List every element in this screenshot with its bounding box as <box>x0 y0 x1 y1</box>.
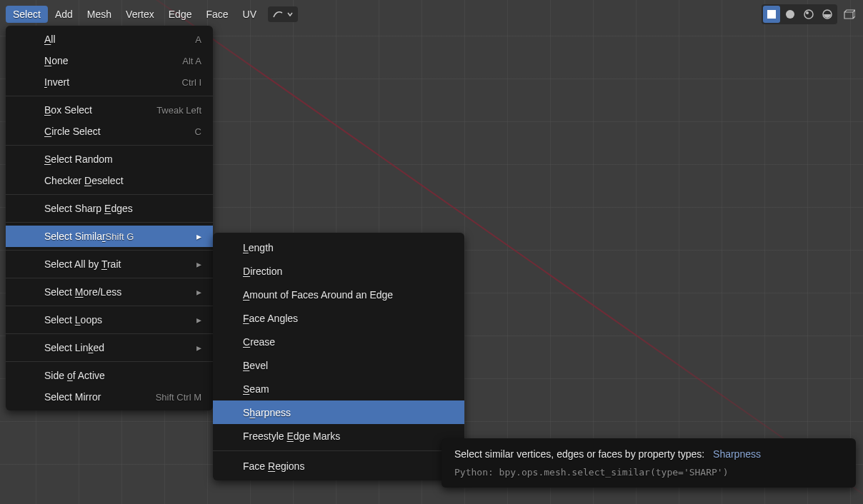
menu-face[interactable]: Face <box>199 6 235 23</box>
menu-item-label: Sharpness <box>243 407 291 418</box>
solid-shading-icon <box>766 9 777 20</box>
tooltip-desc-text: Select similar vertices, edges or faces … <box>454 448 704 460</box>
menu-item-label: Circle Select <box>44 126 101 137</box>
menu-item-label: Seam <box>243 383 269 395</box>
shading-solid-button[interactable] <box>763 6 780 23</box>
menu-item-select-random[interactable]: Select Random <box>6 148 213 170</box>
menu-item-label: Face Angles <box>243 313 298 324</box>
submenu-item-length[interactable]: Length <box>213 236 464 259</box>
menu-item-label: Direction <box>243 266 282 277</box>
overlay-toggle-button[interactable] <box>840 6 857 23</box>
shading-matcap-button[interactable] <box>782 6 799 23</box>
shading-rendered-button[interactable] <box>819 6 836 23</box>
menu-item-select-more-less[interactable]: Select More/Less▸ <box>6 281 213 303</box>
menu-item-select-similar[interactable]: Select SimilarShift G▸ <box>6 226 213 247</box>
submenu-arrow-icon: ▸ <box>196 231 201 242</box>
menu-shortcut: Tweak Left <box>156 105 201 116</box>
menu-item-label: Select Linked <box>44 342 104 353</box>
tooltip-description: Select similar vertices, edges or faces … <box>454 448 843 460</box>
menu-shortcut: Shift G <box>106 231 134 242</box>
menu-item-select-sharp-edges[interactable]: Select Sharp Edges <box>6 198 213 219</box>
menu-item-checker-deselect[interactable]: Checker Deselect <box>6 170 213 191</box>
submenu-arrow-icon: ▸ <box>196 314 201 326</box>
menu-item-label: Face Regions <box>243 460 304 472</box>
menu-shortcut: Ctrl I <box>182 77 201 88</box>
menu-separator <box>6 222 213 223</box>
menu-item-label: Select Loops <box>44 314 102 326</box>
shading-material-button[interactable] <box>800 6 817 23</box>
submenu-item-direction[interactable]: Direction <box>213 259 464 283</box>
submenu-arrow-icon: ▸ <box>196 258 201 270</box>
tooltip: Select similar vertices, edges or faces … <box>442 438 856 488</box>
menu-shortcut: A <box>195 34 201 45</box>
menu-item-label: Select More/Less <box>44 286 121 298</box>
menu-separator <box>6 250 213 251</box>
menu-shortcut: Shift Ctrl M <box>156 392 201 403</box>
menu-separator <box>6 306 213 306</box>
menu-item-side-of-active[interactable]: Side of Active <box>6 365 213 386</box>
menubar-right <box>762 4 857 24</box>
menu-item-none[interactable]: NoneAlt A <box>6 50 213 71</box>
editor-menubar: SelectAddMeshVertexEdgeFaceUV <box>6 4 857 24</box>
menu-item-select-linked[interactable]: Select Linked▸ <box>6 337 213 358</box>
menu-item-label: All <box>44 34 56 45</box>
rendered-icon <box>822 9 833 20</box>
uv-options-dropdown[interactable] <box>268 6 298 22</box>
menu-item-label: Select All by Trait <box>44 258 121 270</box>
menu-separator <box>6 361 213 362</box>
menu-item-label: Select Similar <box>44 231 106 242</box>
submenu-item-face-angles[interactable]: Face Angles <box>213 306 464 330</box>
submenu-item-seam[interactable]: Seam <box>213 377 464 400</box>
submenu-item-face-regions[interactable]: Face Regions <box>213 454 464 478</box>
menu-separator <box>6 333 213 334</box>
select-menu: AllANoneAlt AInvertCtrl IBox SelectTweak… <box>6 26 213 410</box>
svg-rect-0 <box>767 10 776 19</box>
select-similar-submenu: LengthDirectionAmount of Faces Around an… <box>213 233 464 480</box>
curve-icon <box>272 9 284 20</box>
shading-mode-group <box>762 4 837 24</box>
submenu-item-freestyle-edge-marks[interactable]: Freestyle Edge Marks <box>213 424 464 448</box>
menu-item-all[interactable]: AllA <box>6 29 213 50</box>
menu-item-box-select[interactable]: Box SelectTweak Left <box>6 99 213 121</box>
menu-shortcut: C <box>195 126 201 137</box>
menu-item-label: Amount of Faces Around an Edge <box>243 289 393 301</box>
menu-separator <box>6 278 213 278</box>
submenu-item-bevel[interactable]: Bevel <box>213 353 464 377</box>
matcap-icon <box>784 9 796 20</box>
menu-item-label: Box Select <box>44 104 92 116</box>
menu-vertex[interactable]: Vertex <box>119 6 161 23</box>
tooltip-target: Sharpness <box>713 448 761 460</box>
menu-uv[interactable]: UV <box>236 6 264 23</box>
menu-item-select-loops[interactable]: Select Loops▸ <box>6 309 213 331</box>
submenu-item-amount-of-faces-around-an-edge[interactable]: Amount of Faces Around an Edge <box>213 283 464 306</box>
menu-edge[interactable]: Edge <box>161 6 199 23</box>
chevron-down-icon <box>286 11 294 18</box>
svg-point-3 <box>806 11 809 14</box>
menu-item-select-mirror[interactable]: Select MirrorShift Ctrl M <box>6 386 213 408</box>
menu-select[interactable]: Select <box>6 6 48 23</box>
menu-mesh[interactable]: Mesh <box>80 6 119 23</box>
material-icon <box>803 9 814 20</box>
menubar-left: SelectAddMeshVertexEdgeFaceUV <box>6 6 298 22</box>
menu-separator <box>6 145 213 146</box>
menu-item-select-all-by-trait[interactable]: Select All by Trait▸ <box>6 253 213 275</box>
menu-item-label: Length <box>243 242 274 253</box>
submenu-item-sharpness[interactable]: Sharpness <box>213 400 464 424</box>
submenu-arrow-icon: ▸ <box>196 342 201 353</box>
menu-item-label: Side of Active <box>44 370 105 381</box>
submenu-item-crease[interactable]: Crease <box>213 330 464 353</box>
menu-item-invert[interactable]: InvertCtrl I <box>6 71 213 93</box>
menu-item-label: Select Mirror <box>44 391 101 403</box>
menu-separator <box>6 194 213 195</box>
menu-item-label: Invert <box>44 76 69 88</box>
menu-item-label: Crease <box>243 336 275 348</box>
menu-item-circle-select[interactable]: Circle SelectC <box>6 121 213 142</box>
menu-item-label: Bevel <box>243 360 268 371</box>
menu-add[interactable]: Add <box>48 6 80 23</box>
tooltip-python: Python: bpy.ops.mesh.select_similar(type… <box>454 467 843 478</box>
menu-item-label: Freestyle Edge Marks <box>243 430 340 442</box>
svg-point-1 <box>786 10 794 19</box>
menu-separator <box>213 450 464 451</box>
menu-item-label: Checker Deselect <box>44 175 124 186</box>
submenu-arrow-icon: ▸ <box>196 286 201 298</box>
